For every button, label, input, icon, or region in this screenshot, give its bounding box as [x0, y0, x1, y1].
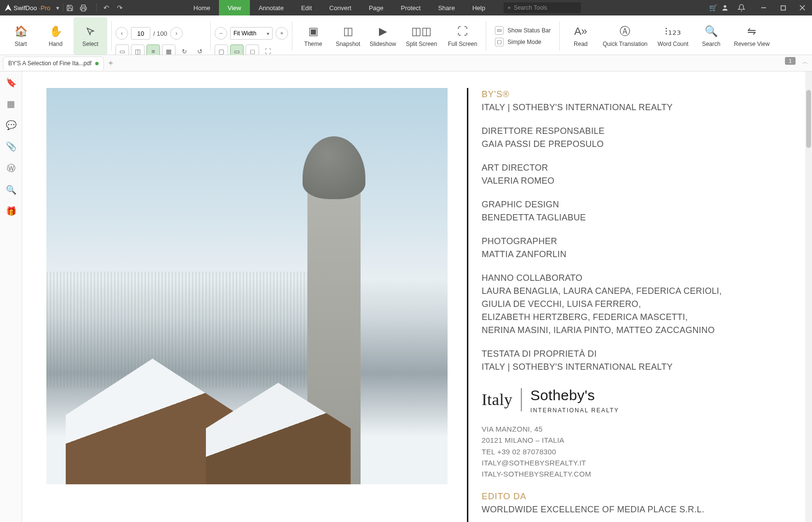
comments-icon[interactable]: 💬 — [6, 120, 16, 130]
attachments-icon[interactable]: 📎 — [6, 141, 16, 152]
search-tools-input[interactable]: ⌖ Search Tools — [504, 2, 581, 13]
prev-page-button[interactable]: ‹ — [116, 27, 128, 40]
hand-button[interactable]: ✋ Hand — [39, 17, 72, 55]
brand-name: SwifDoo — [14, 4, 37, 12]
pdf-page: BY'S® ITALY | SOTHEBY'S INTERNATIONAL RE… — [37, 88, 798, 522]
search-tools-placeholder: Search Tools — [514, 4, 547, 11]
snapshot-icon: ◫ — [343, 25, 353, 38]
redo-icon[interactable]: ↷ — [113, 4, 127, 12]
document-tab[interactable]: BY'S A Selection of Fine Ita...pdf — [3, 57, 104, 70]
full-screen-icon: ⛶ — [457, 25, 468, 38]
zoom-mode-select[interactable]: Fit Width — [230, 27, 273, 40]
slideshow-icon: ▶ — [379, 25, 387, 38]
logo-sothebys: Sotheby's — [530, 384, 619, 406]
menu-help[interactable]: Help — [464, 0, 494, 15]
bell-icon[interactable] — [738, 4, 754, 12]
split-screen-icon: ◫◫ — [411, 25, 432, 38]
mode-block: ▭ Show Status Bar ▢ Simple Mode — [490, 17, 555, 55]
address-line2: 20121 MILANO – ITALIA — [482, 435, 722, 446]
brand-suffix: ·Pro — [39, 4, 50, 12]
zoom-in-button[interactable]: + — [276, 27, 288, 40]
slideshow-label: Slideshow — [370, 41, 396, 47]
menu-edit[interactable]: Edit — [292, 0, 320, 15]
separator — [486, 21, 486, 51]
photographer-value: MATTIA ZANFORLIN — [482, 248, 722, 261]
word-count-button[interactable]: ⁝₁₂₃ Word Count — [652, 17, 693, 55]
word-icon[interactable]: Ⓦ — [7, 162, 15, 174]
word-count-icon: ⁝₁₂₃ — [665, 25, 681, 38]
menu-view[interactable]: View — [219, 0, 250, 15]
logo-divider — [521, 388, 522, 411]
save-icon[interactable] — [66, 4, 80, 12]
minimize-button[interactable] — [754, 0, 773, 15]
menu-annotate[interactable]: Annotate — [250, 0, 292, 15]
print-icon[interactable] — [80, 4, 93, 12]
read-button[interactable]: A» Read — [564, 17, 597, 55]
simple-mode-label: Simple Mode — [508, 39, 541, 45]
gift-icon[interactable]: 🎁 — [6, 206, 16, 217]
logo-subtitle: INTERNATIONAL REALTY — [530, 406, 619, 415]
close-button[interactable] — [793, 0, 812, 15]
zoom-mode-label: Fit Width — [233, 30, 256, 37]
translate-icon: Ⓐ — [620, 25, 630, 38]
main-menu-bar: Home View Annotate Edit Convert Page Pro… — [185, 0, 494, 15]
add-tab-button[interactable]: ＋ — [104, 58, 117, 68]
vertical-scrollbar[interactable] — [805, 72, 812, 522]
testata-heading: TESTATA DI PROPRIETÀ DI — [482, 348, 722, 361]
menu-protect[interactable]: Protect — [392, 0, 429, 15]
theme-button[interactable]: ▣ Theme — [296, 17, 330, 55]
collab-line1: LAURA BENAGLIA, LAURA CANEPA, FEDERICA C… — [482, 285, 722, 298]
menu-share[interactable]: Share — [429, 0, 464, 15]
split-screen-button[interactable]: ◫◫ Split Screen — [401, 17, 442, 55]
collapse-ribbon-icon[interactable]: ︿ — [802, 58, 808, 66]
separator — [559, 21, 560, 51]
credits-column: BY'S® ITALY | SOTHEBY'S INTERNATIONAL RE… — [467, 88, 722, 522]
start-button[interactable]: 🏠 Start — [4, 17, 38, 55]
zoom-out-button[interactable]: − — [215, 27, 227, 40]
address-line5: ITALY-SOTHEBYSREALTY.COM — [482, 468, 722, 479]
quick-translation-label: Quick Translation — [603, 41, 648, 47]
menu-convert[interactable]: Convert — [320, 0, 360, 15]
reverse-view-button[interactable]: ⇋ Reverse View — [729, 17, 774, 55]
maximize-button[interactable] — [773, 0, 793, 15]
left-sidebar: 🔖 ▦ 💬 📎 Ⓦ 🔍 🎁 — [0, 72, 22, 522]
show-status-bar-toggle[interactable]: ▭ Show Status Bar — [495, 26, 551, 35]
brand-dropdown-icon[interactable]: ▾ — [55, 4, 60, 12]
separator — [111, 21, 112, 51]
select-button[interactable]: Select — [73, 17, 107, 55]
full-screen-button[interactable]: ⛶ Full Screen — [443, 17, 482, 55]
user-icon[interactable] — [721, 4, 738, 12]
theme-icon: ▣ — [308, 25, 319, 38]
tab-title: BY'S A Selection of Fine Ita...pdf — [8, 60, 91, 67]
snapshot-button[interactable]: ◫ Snapshot — [331, 17, 365, 55]
collab-heading: HANNO COLLABORATO — [482, 272, 722, 285]
workspace: 🔖 ▦ 💬 📎 Ⓦ 🔍 🎁 BY'S® ITALY | SOTHEBY'S IN… — [0, 72, 812, 522]
snapshot-label: Snapshot — [336, 41, 361, 47]
bookmarks-icon[interactable]: 🔖 — [6, 77, 16, 88]
collab-line3: ELIZABETH HERTZBERG, FEDERICA MASCETTI, — [482, 311, 722, 324]
page-badge: 1 — [785, 57, 796, 65]
document-viewport[interactable]: BY'S® ITALY | SOTHEBY'S INTERNATIONAL RE… — [22, 72, 812, 522]
search-button[interactable]: 🔍 Search — [694, 17, 728, 55]
menu-page[interactable]: Page — [360, 0, 392, 15]
next-page-button[interactable]: › — [170, 27, 183, 40]
slideshow-button[interactable]: ▶ Slideshow — [366, 17, 400, 55]
app-logo: SwifDoo ·Pro — [0, 4, 55, 12]
reverse-view-label: Reverse View — [734, 41, 769, 47]
simple-mode-toggle[interactable]: ▢ Simple Mode — [495, 38, 551, 46]
scrollbar-thumb[interactable] — [806, 90, 811, 148]
undo-icon[interactable]: ↶ — [100, 4, 113, 12]
subtitle: ITALY | SOTHEBY'S INTERNATIONAL REALTY — [482, 101, 722, 114]
split-screen-label: Split Screen — [406, 41, 437, 47]
separator — [63, 3, 63, 12]
full-screen-label: Full Screen — [448, 41, 478, 47]
menu-home[interactable]: Home — [185, 0, 219, 15]
search-panel-icon[interactable]: 🔍 — [6, 185, 16, 195]
quick-translation-button[interactable]: Ⓐ Quick Translation — [598, 17, 652, 55]
edito-value: WORLDWIDE EXCELLENCE OF MEDIA PLACE S.R.… — [482, 503, 722, 516]
cart-icon[interactable]: 🛒 — [705, 4, 721, 12]
thumbnails-icon[interactable]: ▦ — [7, 99, 15, 109]
swifdoo-icon — [5, 4, 12, 11]
page-nav-group: ‹ / 100 › ▭ ◫ ≡ ▦ ↻ ↺ — [116, 17, 206, 55]
page-number-input[interactable] — [131, 27, 150, 40]
